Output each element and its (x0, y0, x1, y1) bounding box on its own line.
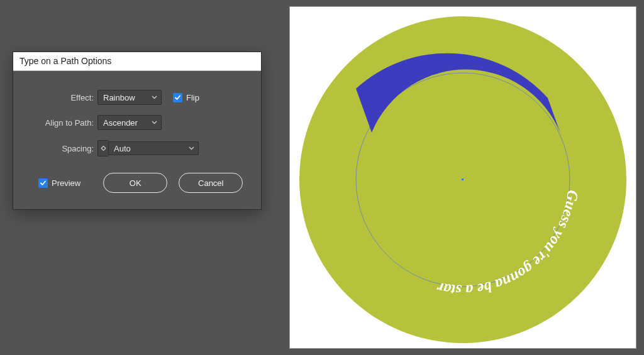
chevron-down-icon (152, 96, 157, 99)
ok-button[interactable]: OK (103, 173, 167, 193)
chevron-down-icon (189, 146, 194, 150)
cancel-button[interactable]: Cancel (179, 173, 243, 193)
cancel-button-label: Cancel (198, 178, 223, 188)
align-row: Align to Path: Ascender (27, 115, 247, 130)
ok-button-label: OK (130, 178, 142, 188)
align-select[interactable]: Ascender (97, 115, 162, 130)
effect-select-value: Rainbow (103, 93, 135, 102)
artwork-svg: Guess you're gonna be a star (290, 7, 636, 348)
check-icon (38, 178, 48, 188)
spacing-label: Spacing: (27, 144, 97, 153)
preview-label: Preview (52, 178, 80, 188)
dialog-titlebar[interactable]: Type on a Path Options (13, 52, 261, 71)
spacing-field[interactable]: Auto (108, 141, 199, 155)
spacing-row: Spacing: Auto (27, 140, 247, 156)
dialog-title: Type on a Path Options (19, 56, 111, 66)
align-label: Align to Path: (27, 118, 97, 128)
effect-label: Effect: (27, 93, 97, 102)
spacing-spinner[interactable]: Auto (97, 140, 199, 156)
preview-checkbox[interactable]: Preview (38, 178, 80, 188)
check-icon (173, 93, 182, 102)
chevron-down-icon (152, 121, 157, 124)
flip-checkbox[interactable]: Flip (173, 93, 199, 102)
chevron-down-icon (101, 148, 106, 151)
flip-label: Flip (186, 93, 199, 102)
type-on-path-options-dialog: Type on a Path Options Effect: Rainbow F… (13, 52, 262, 210)
dialog-body: Effect: Rainbow Flip Align to Path: Asce… (13, 71, 261, 209)
dialog-button-row: Preview OK Cancel (27, 173, 247, 193)
align-select-value: Ascender (103, 118, 138, 128)
artboard[interactable]: Guess you're gonna be a star (290, 7, 636, 348)
effect-select[interactable]: Rainbow (97, 90, 162, 105)
center-anchor (462, 178, 464, 180)
spinner-buttons[interactable] (97, 140, 108, 156)
effect-row: Effect: Rainbow Flip (27, 90, 247, 105)
spacing-value: Auto (114, 144, 131, 153)
